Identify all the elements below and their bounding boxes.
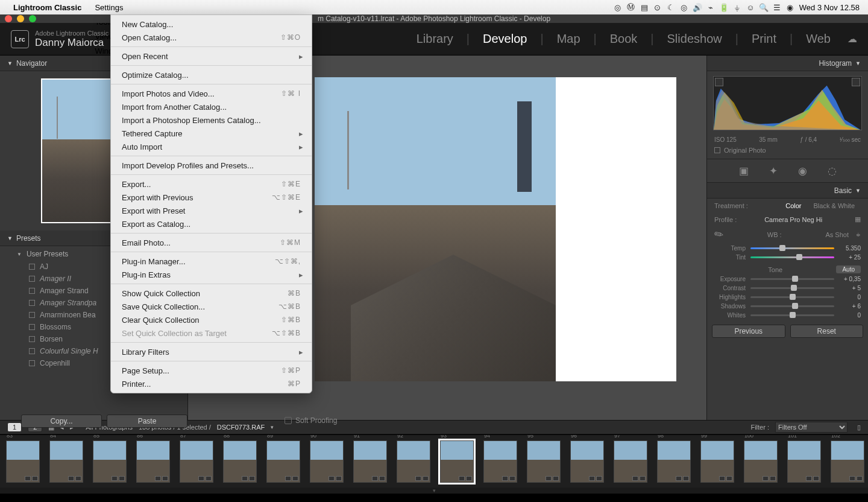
- menu-item-auto-import[interactable]: Auto Import▸: [111, 140, 312, 153]
- filter-select[interactable]: Filters Off: [775, 422, 848, 433]
- menu-item-page-setup[interactable]: Page Setup...⇧⌘P: [111, 364, 312, 377]
- filmstrip-thumb[interactable]: 98: [657, 440, 691, 483]
- dropdown-icon[interactable]: ≑: [856, 232, 861, 238]
- module-slideshow[interactable]: Slideshow: [667, 32, 722, 46]
- filter-lock-icon[interactable]: ▯: [857, 424, 861, 431]
- treatment-color[interactable]: Color: [779, 201, 807, 211]
- filmstrip-thumb[interactable]: 100: [744, 440, 778, 483]
- menu-item-export-as-catalog[interactable]: Export as Catalog...: [111, 217, 312, 230]
- menu-item-email-photo[interactable]: Email Photo...⇧⌘M: [111, 236, 312, 249]
- filmstrip-thumb[interactable]: 101: [787, 440, 821, 483]
- statusbar-icon[interactable]: ⊙: [651, 3, 664, 12]
- statusbar-icon[interactable]: Ⓜ: [624, 2, 638, 13]
- filmstrip-thumb[interactable]: 90: [310, 440, 344, 483]
- auto-button[interactable]: Auto: [836, 265, 861, 273]
- mask-tool-icon[interactable]: ◌: [828, 165, 837, 177]
- module-web[interactable]: Web: [806, 32, 831, 46]
- redeye-tool-icon[interactable]: ◉: [798, 165, 807, 177]
- battery-icon[interactable]: 🔋: [717, 3, 731, 12]
- filmstrip-thumb[interactable]: 89: [266, 440, 300, 483]
- menu-item-export[interactable]: Export...⇧⌘E: [111, 177, 312, 191]
- menu-item-export-with-preset[interactable]: Export with Preset▸: [111, 204, 312, 217]
- menu-item-show-quick-collection[interactable]: Show Quick Collection⌘B: [111, 287, 312, 300]
- menu-item-plug-in-manager[interactable]: Plug-in Manager...⌥⇧⌘,: [111, 255, 312, 268]
- filmstrip-thumb[interactable]: 94: [483, 440, 517, 483]
- histogram-header[interactable]: Histogram▼: [707, 56, 868, 71]
- filmstrip-thumb[interactable]: 96: [570, 440, 604, 483]
- bottom-grip[interactable]: ▾: [0, 488, 868, 494]
- menu-item-save-quick-collection[interactable]: Save Quick Collection...⌥⌘B: [111, 300, 312, 313]
- control-center-icon[interactable]: ☰: [770, 3, 784, 12]
- chevron-down-icon[interactable]: ▾: [271, 424, 274, 430]
- filmstrip-thumb[interactable]: 85: [93, 440, 127, 483]
- histogram-graph[interactable]: [713, 76, 862, 130]
- statusbar-icon[interactable]: ◎: [611, 3, 624, 12]
- menu-item-open-catalog[interactable]: Open Catalog...⇧⌘O: [111, 31, 312, 44]
- menu-item-plug-in-extras[interactable]: Plug-in Extras▸: [111, 268, 312, 281]
- copy-button[interactable]: Copy...: [21, 415, 102, 428]
- module-book[interactable]: Book: [610, 32, 638, 46]
- filmstrip-thumb[interactable]: 99: [700, 440, 734, 483]
- close-window-button[interactable]: [5, 15, 12, 22]
- menu-item-import-develop-profiles-and-presets[interactable]: Import Develop Profiles and Presets...: [111, 159, 312, 172]
- filmstrip-thumb[interactable]: 84: [49, 440, 83, 483]
- statusbar-icon[interactable]: ▤: [638, 3, 651, 12]
- photo-canvas[interactable]: [315, 77, 676, 381]
- dnd-icon[interactable]: ☾: [664, 3, 678, 12]
- contrast-slider[interactable]: Contrast+ 5: [707, 284, 868, 293]
- paste-button[interactable]: Paste: [107, 415, 187, 428]
- menu-item-tethered-capture[interactable]: Tethered Capture▸: [111, 127, 312, 140]
- reset-button[interactable]: Reset: [790, 325, 864, 338]
- module-library[interactable]: Library: [417, 32, 453, 46]
- menu-item-import-a-photoshop-elements-catalog[interactable]: Import a Photoshop Elements Catalog...: [111, 113, 312, 127]
- filmstrip-thumb[interactable]: 83: [6, 440, 40, 483]
- minimize-window-button[interactable]: [17, 15, 24, 22]
- menu-item-new-catalog[interactable]: New Catalog...: [111, 17, 312, 31]
- menu-item-import-photos-and-video[interactable]: Import Photos and Video...⇧⌘ I: [111, 87, 312, 100]
- volume-icon[interactable]: 🔊: [691, 3, 704, 12]
- shadows-slider[interactable]: Shadows+ 6: [707, 302, 868, 311]
- module-print[interactable]: Print: [752, 32, 776, 46]
- filmstrip-thumb[interactable]: 97: [614, 440, 647, 483]
- eyedropper-icon[interactable]: ✎: [711, 227, 726, 243]
- basic-header[interactable]: Basic▼: [707, 183, 868, 199]
- module-map[interactable]: Map: [557, 32, 580, 46]
- current-file[interactable]: DSCF0773.RAF: [217, 424, 265, 431]
- filmstrip-thumb[interactable]: 93: [440, 440, 474, 483]
- menu-item-export-with-previous[interactable]: Export with Previous⌥⇧⌘E: [111, 191, 312, 204]
- user-icon[interactable]: ☺: [744, 3, 757, 12]
- menu-item-printer[interactable]: Printer...⌘P: [111, 377, 312, 390]
- previous-button[interactable]: Previous: [712, 325, 785, 338]
- soft-proofing-toggle[interactable]: Soft Proofing: [285, 416, 337, 425]
- filmstrip[interactable]: 8384858687888990919293949596979899100101…: [0, 434, 868, 488]
- exposure-slider[interactable]: Exposure+ 0,35: [707, 275, 868, 284]
- wb-value[interactable]: As Shot: [825, 231, 849, 238]
- filmstrip-thumb[interactable]: 91: [353, 440, 387, 483]
- wifi-icon[interactable]: ⏚: [731, 3, 744, 12]
- menu-item-open-recent[interactable]: Open Recent▸: [111, 49, 312, 63]
- heal-tool-icon[interactable]: ✦: [769, 165, 778, 177]
- cloud-sync-icon[interactable]: ☁: [848, 33, 857, 45]
- treatment-bw[interactable]: Black & White: [808, 201, 861, 211]
- siri-icon[interactable]: ◉: [784, 3, 797, 12]
- filmstrip-thumb[interactable]: 86: [136, 440, 170, 483]
- original-photo-toggle[interactable]: Original Photo: [707, 145, 868, 159]
- grid-icon[interactable]: ▦: [855, 215, 861, 223]
- filmstrip-thumb[interactable]: 95: [527, 440, 561, 483]
- crop-tool-icon[interactable]: ▣: [739, 165, 749, 177]
- filmstrip-thumb[interactable]: 87: [180, 440, 213, 483]
- filmstrip-thumb[interactable]: 92: [397, 440, 430, 483]
- menu-item-optimize-catalog[interactable]: Optimize Catalog...: [111, 68, 312, 81]
- menu-settings[interactable]: Settings: [89, 0, 130, 14]
- menu-item-library-filters[interactable]: Library Filters▸: [111, 345, 312, 358]
- spotlight-icon[interactable]: 🔍: [757, 3, 770, 12]
- tint-slider[interactable]: Tint+ 25: [707, 253, 868, 262]
- filmstrip-thumb[interactable]: 102: [831, 440, 864, 483]
- menubar-clock[interactable]: Wed 3 Nov 12.58: [799, 3, 860, 12]
- temp-slider[interactable]: Temp5.350: [707, 244, 868, 253]
- menu-item-import-from-another-catalog[interactable]: Import from Another Catalog...: [111, 100, 312, 113]
- primary-display-chip[interactable]: 1: [7, 422, 22, 432]
- bluetooth-icon[interactable]: ⌁: [704, 3, 717, 12]
- menu-item-clear-quick-collection[interactable]: Clear Quick Collection⇧⌘B: [111, 313, 312, 326]
- filmstrip-thumb[interactable]: 88: [223, 440, 257, 483]
